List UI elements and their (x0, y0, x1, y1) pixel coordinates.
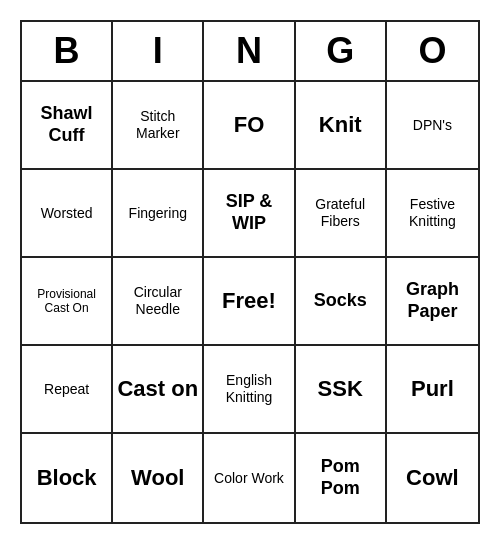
bingo-header: BINGO (22, 22, 478, 82)
bingo-cell-2: FO (204, 82, 295, 170)
header-letter-g: G (296, 22, 387, 80)
bingo-cell-5: Worsted (22, 170, 113, 258)
header-letter-b: B (22, 22, 113, 80)
bingo-grid: Shawl CuffStitch MarkerFOKnitDPN'sWorste… (22, 82, 478, 522)
bingo-cell-15: Repeat (22, 346, 113, 434)
bingo-cell-11: Circular Needle (113, 258, 204, 346)
bingo-cell-24: Cowl (387, 434, 478, 522)
bingo-cell-22: Color Work (204, 434, 295, 522)
bingo-cell-20: Block (22, 434, 113, 522)
header-letter-n: N (204, 22, 295, 80)
bingo-cell-9: Festive Knitting (387, 170, 478, 258)
bingo-cell-23: Pom Pom (296, 434, 387, 522)
bingo-cell-12: Free! (204, 258, 295, 346)
bingo-cell-0: Shawl Cuff (22, 82, 113, 170)
bingo-cell-8: Grateful Fibers (296, 170, 387, 258)
bingo-cell-17: English Knitting (204, 346, 295, 434)
bingo-cell-3: Knit (296, 82, 387, 170)
header-letter-o: O (387, 22, 478, 80)
bingo-cell-14: Graph Paper (387, 258, 478, 346)
bingo-cell-7: SIP & WIP (204, 170, 295, 258)
bingo-cell-21: Wool (113, 434, 204, 522)
bingo-cell-18: SSK (296, 346, 387, 434)
bingo-cell-6: Fingering (113, 170, 204, 258)
bingo-cell-4: DPN's (387, 82, 478, 170)
bingo-cell-19: Purl (387, 346, 478, 434)
bingo-card: BINGO Shawl CuffStitch MarkerFOKnitDPN's… (20, 20, 480, 524)
bingo-cell-13: Socks (296, 258, 387, 346)
bingo-cell-16: Cast on (113, 346, 204, 434)
header-letter-i: I (113, 22, 204, 80)
bingo-cell-10: Provisional Cast On (22, 258, 113, 346)
bingo-cell-1: Stitch Marker (113, 82, 204, 170)
